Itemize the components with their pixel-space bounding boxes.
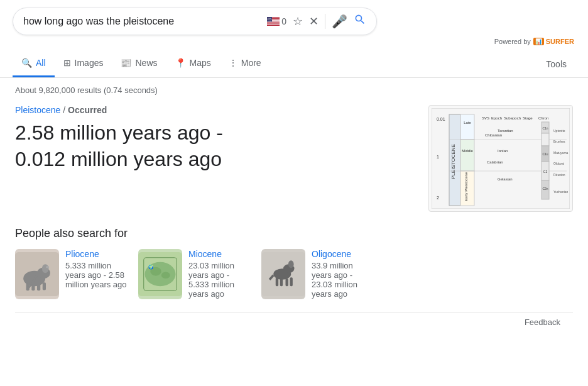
breadcrumb-start[interactable]: Pleistocene [15, 105, 60, 115]
snippet-line1: 2.58 million years ago - [15, 121, 223, 144]
svg-text:Gelasian: Gelasian [498, 177, 513, 181]
svg-text:SVS: SVS [482, 116, 489, 120]
main-content: About 9,820,000 results (0.74 seconds) P… [0, 78, 588, 339]
svg-text:🌍: 🌍 [148, 264, 154, 270]
all-icon: 🔍 [21, 58, 32, 68]
svg-text:PLEISTOCENE: PLEISTOCENE [450, 144, 456, 179]
svg-text:Epoch: Epoch [491, 116, 502, 120]
svg-text:C2n: C2n [542, 187, 548, 190]
pliocene-thumb [15, 249, 59, 299]
images-icon: ⊞ [63, 58, 71, 68]
oligocene-info: Oligocene 33.9 million years ago - 23.03… [312, 249, 374, 299]
search-button[interactable] [354, 13, 366, 30]
svg-rect-5 [267, 23, 280, 23]
breadcrumb-end: Occurred [68, 105, 107, 115]
svg-rect-71 [286, 278, 288, 286]
tools-tab[interactable]: Tools [537, 52, 575, 77]
breadcrumb-sep: / [63, 105, 68, 115]
svg-text:0.01: 0.01 [437, 117, 445, 121]
svg-text:Chibanian: Chibanian [485, 133, 502, 137]
tab-all-label: All [36, 58, 46, 68]
svg-rect-72 [290, 277, 293, 286]
surfer-label: SURFER [546, 38, 574, 45]
miocene-desc: 23.03 million years ago - 5.333 million … [188, 261, 234, 299]
svg-text:Chron: Chron [538, 116, 548, 120]
flag-count: 0 [281, 16, 286, 26]
miocene-title[interactable]: Miocene [188, 249, 251, 259]
oligocene-desc: 33.9 million years ago - 23.03 million y… [312, 261, 357, 299]
search-box[interactable]: ★★★ ★★★★ ★★★ 0 ☆ ✕ 🎤 [13, 8, 377, 35]
tab-images-label: Images [75, 58, 104, 68]
svg-text:1: 1 [437, 155, 439, 159]
close-icon[interactable]: ✕ [309, 14, 318, 28]
elephant-icon [15, 252, 59, 296]
flag-icon: ★★★ ★★★★ ★★★ [267, 17, 280, 26]
svg-text:Middle: Middle [462, 149, 473, 153]
svg-point-62 [161, 272, 170, 279]
list-item[interactable]: 🌍 Miocene 23.03 million years ago - 5.33… [138, 249, 251, 299]
news-icon: 📰 [121, 58, 131, 68]
map-icon: 🌍 [138, 252, 182, 296]
svg-rect-37 [542, 133, 549, 146]
tab-news[interactable]: 📰 News [112, 50, 166, 77]
svg-text:C2: C2 [543, 170, 548, 174]
svg-rect-56 [37, 284, 40, 291]
maps-icon: 📍 [175, 58, 186, 68]
svg-rect-19 [460, 140, 474, 171]
svg-text:Late: Late [464, 121, 471, 124]
list-item[interactable]: Pliocene 5.333 million years ago - 2.58 … [15, 249, 128, 299]
feedback-label[interactable]: Feedback [525, 317, 560, 327]
oligocene-thumb [261, 249, 305, 299]
svg-text:Subepoch: Subepoch [504, 116, 521, 120]
flag-badge: ★★★ ★★★★ ★★★ 0 [267, 16, 286, 26]
tab-more[interactable]: ⋮ More [220, 50, 270, 77]
pleistocene-chart: 0.01 1 2 PLEISTOCENE Late Middle Early P… [432, 108, 570, 209]
tab-more-label: More [241, 58, 261, 68]
search-row: ★★★ ★★★★ ★★★ 0 ☆ ✕ 🎤 [13, 8, 575, 35]
feedback-bar: Feedback [15, 312, 573, 327]
svg-text:Tarantian: Tarantian [498, 129, 513, 133]
svg-text:C1n: C1n [542, 126, 548, 130]
mic-icon[interactable]: 🎤 [332, 14, 347, 29]
tab-images[interactable]: ⊞ Images [55, 50, 112, 77]
svg-point-58 [46, 266, 49, 268]
snippet-text: Pleistocene / Occurred 2.58 million year… [15, 105, 416, 212]
svg-text:Yuchanian: Yuchanian [553, 190, 569, 194]
svg-text:Réunion: Réunion [553, 173, 565, 177]
powered-by-bar: Powered by 📊 SURFER [13, 38, 575, 45]
tab-maps[interactable]: 📍 Maps [166, 50, 220, 77]
pliocene-title[interactable]: Pliocene [65, 249, 128, 259]
tab-all[interactable]: 🔍 All [13, 50, 55, 77]
svg-text:Stage: Stage [523, 116, 533, 120]
also-search-section: People also search for [15, 227, 573, 299]
oligocene-title[interactable]: Oligocene [312, 249, 374, 259]
svg-text:Matuyama: Matuyama [553, 151, 569, 155]
svg-text:Ionian: Ionian [498, 149, 508, 153]
svg-rect-70 [280, 278, 283, 286]
powered-by-label: Powered by [494, 38, 531, 45]
more-dots-icon: ⋮ [229, 58, 237, 68]
surfer-logo: 📊 SURFER [533, 38, 574, 45]
svg-text:Uptonite: Uptonite [553, 129, 565, 133]
header: ★★★ ★★★★ ★★★ 0 ☆ ✕ 🎤 [0, 0, 588, 45]
svg-point-53 [42, 264, 49, 273]
search-input[interactable] [23, 16, 267, 27]
horse-icon [261, 252, 305, 296]
svg-text:Calabrian: Calabrian [487, 160, 503, 164]
miocene-info: Miocene 23.03 million years ago - 5.333 … [188, 249, 251, 299]
search-icons: ★★★ ★★★★ ★★★ 0 ☆ ✕ 🎤 [267, 13, 366, 30]
surfer-icon: 📊 [533, 38, 544, 45]
svg-rect-69 [276, 277, 278, 286]
snippet-heading: 2.58 million years ago - 0.012 million y… [15, 120, 416, 172]
snippet-image[interactable]: 0.01 1 2 PLEISTOCENE Late Middle Early P… [428, 105, 573, 212]
search-icon [354, 13, 366, 26]
breadcrumb: Pleistocene / Occurred [15, 105, 416, 115]
svg-text:Brunhes: Brunhes [553, 140, 565, 143]
tab-maps-label: Maps [190, 58, 211, 68]
svg-point-68 [288, 260, 294, 268]
list-item[interactable]: Oligocene 33.9 million years ago - 23.03… [261, 249, 374, 299]
results-info: About 9,820,000 results (0.74 seconds) [15, 85, 573, 95]
pliocene-desc: 5.333 million years ago - 2.58 million y… [65, 261, 127, 289]
star-icon[interactable]: ☆ [293, 14, 303, 28]
pliocene-info: Pliocene 5.333 million years ago - 2.58 … [65, 249, 128, 299]
